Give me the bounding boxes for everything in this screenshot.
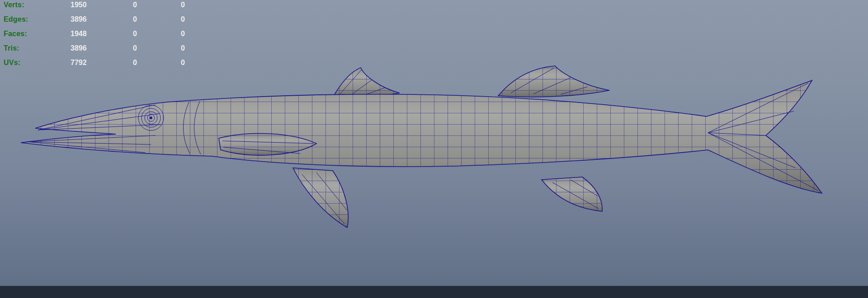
dorsal-fin-front xyxy=(334,68,400,97)
hud-total: 7792 xyxy=(71,59,87,67)
hud-label: Verts: xyxy=(4,1,24,9)
hud-total: 3896 xyxy=(71,15,87,23)
poly-count-hud: Verts: 1950 0 0 Edges: 3896 0 0 Faces: 1… xyxy=(0,0,235,77)
hud-row-edges: Edges: 3896 0 0 xyxy=(4,15,230,25)
hud-label: Faces: xyxy=(4,30,27,38)
pelvic-fin xyxy=(293,168,348,228)
hud-label: Edges: xyxy=(4,15,28,23)
hud-total: 3896 xyxy=(71,44,87,52)
hud-other: 0 xyxy=(181,59,185,67)
hud-other: 0 xyxy=(181,15,185,23)
hud-total: 1950 xyxy=(71,1,87,9)
hud-selected: 0 xyxy=(133,1,137,9)
hud-selected: 0 xyxy=(133,59,137,67)
hud-selected: 0 xyxy=(133,30,137,38)
hud-other: 0 xyxy=(181,1,185,9)
hud-label: Tris: xyxy=(4,44,19,52)
dorsal-fin-rear xyxy=(498,66,609,97)
hud-selected: 0 xyxy=(133,15,137,23)
hud-other: 0 xyxy=(181,30,185,38)
hud-total: 1948 xyxy=(71,30,87,38)
bottom-bar xyxy=(0,286,868,298)
hud-row-uvs: UVs: 7792 0 0 xyxy=(4,59,230,69)
hud-selected: 0 xyxy=(133,44,137,52)
hud-row-tris: Tris: 3896 0 0 xyxy=(4,44,230,54)
anal-fin xyxy=(542,177,602,211)
hud-row-verts: Verts: 1950 0 0 xyxy=(4,1,230,11)
hud-other: 0 xyxy=(181,44,185,52)
3d-viewport[interactable]: Verts: 1950 0 0 Edges: 3896 0 0 Faces: 1… xyxy=(0,0,868,298)
hud-label: UVs: xyxy=(4,59,20,67)
hud-row-faces: Faces: 1948 0 0 xyxy=(4,30,230,40)
fish-body[interactable] xyxy=(21,80,822,193)
